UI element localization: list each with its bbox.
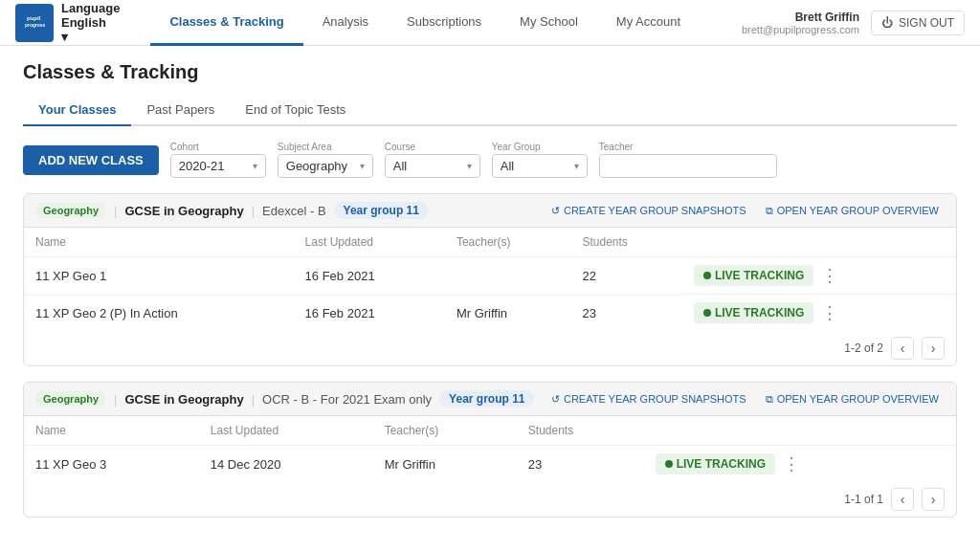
card-header: Geography | GCSE in Geography | Edexcel … [24, 194, 956, 228]
column-header: Last Updated [199, 416, 373, 446]
live-indicator [703, 309, 711, 317]
separator: | [114, 392, 117, 407]
subject-value: Geography [286, 159, 347, 173]
cohort-value: 2020-21 [179, 159, 225, 173]
gcse-label: GCSE in Geography [124, 204, 243, 218]
svg-text:progress: progress [25, 22, 46, 28]
subject-select[interactable]: Geography ▾ [278, 154, 373, 178]
row-name: 11 XP Geo 2 (P) In Action [24, 295, 294, 331]
live-tracking-label: LIVE TRACKING [677, 457, 766, 471]
create-snapshot-button[interactable]: ↺ CREATE YEAR GROUP SNAPSHOTS [546, 203, 752, 219]
more-options-button[interactable]: ⋮ [821, 302, 838, 323]
row-updated: 16 Feb 2021 [294, 257, 445, 296]
column-header: Name [24, 228, 294, 257]
tab-past-papers[interactable]: Past Papers [131, 95, 230, 126]
language-label: Language [61, 1, 120, 15]
table-row: 11 XP Geo 1 16 Feb 2021 22 LIVE TRACKING… [24, 257, 956, 296]
separator: | [114, 204, 117, 218]
pagination: 1-2 of 2 ‹ › [24, 331, 956, 365]
more-options-button[interactable]: ⋮ [821, 265, 838, 286]
live-tracking-button[interactable]: LIVE TRACKING [694, 265, 813, 286]
prev-page-button[interactable]: ‹ [891, 488, 914, 511]
card-header: Geography | GCSE in Geography | OCR - B … [24, 383, 956, 416]
card-actions: ↺ CREATE YEAR GROUP SNAPSHOTS ⧉ OPEN YEA… [546, 203, 945, 219]
live-tracking-button[interactable]: LIVE TRACKING [656, 453, 775, 474]
class-table: NameLast UpdatedTeacher(s)Students 11 XP… [24, 228, 956, 331]
live-indicator [703, 272, 711, 279]
geography-badge: Geography [35, 391, 106, 407]
row-name: 11 XP Geo 3 [24, 446, 199, 483]
create-snapshot-button[interactable]: ↺ CREATE YEAR GROUP SNAPSHOTS [546, 391, 752, 408]
signout-icon: ⏻ [881, 16, 893, 30]
svg-text:pupil: pupil [27, 15, 41, 21]
cohort-label: Cohort [170, 142, 266, 152]
row-students: 22 [571, 257, 682, 296]
chevron-down-icon: ▾ [253, 161, 257, 171]
course-select[interactable]: All ▾ [385, 154, 480, 178]
row-students: 23 [571, 295, 682, 331]
snapshot-label: CREATE YEAR GROUP SNAPSHOTS [564, 205, 746, 216]
column-header: Students [571, 228, 682, 257]
row-teacher: Mr Griffin [373, 446, 517, 483]
row-actions: LIVE TRACKING ⋮ [644, 446, 956, 482]
chevron-down-icon: ▾ [574, 161, 579, 171]
column-header-actions [644, 416, 956, 446]
cohort-select[interactable]: 2020-21 ▾ [170, 154, 266, 178]
filters: ADD NEW CLASS Cohort 2020-21 ▾ Subject A… [23, 142, 957, 178]
add-new-class-button[interactable]: ADD NEW CLASS [23, 145, 159, 175]
live-tracking-button[interactable]: LIVE TRACKING [694, 302, 813, 323]
class-table: NameLast UpdatedTeacher(s)Students 11 XP… [24, 416, 956, 482]
next-page-button[interactable]: › [922, 488, 945, 511]
nav-link-my-school[interactable]: My School [501, 0, 597, 46]
pagination-info: 1-2 of 2 [844, 342, 883, 355]
column-header: Teacher(s) [445, 228, 571, 257]
user-info: Brett Griffin brett@pupilprogress.com [742, 11, 859, 35]
row-teacher: Mr Griffin [445, 295, 571, 331]
subject-filter: Subject Area Geography ▾ [278, 142, 373, 178]
nav-link-my-account[interactable]: My Account [597, 0, 700, 46]
tab-your-classes[interactable]: Your Classes [23, 95, 131, 126]
copy-icon: ⧉ [766, 205, 773, 217]
year-group-select[interactable]: All ▾ [492, 154, 588, 178]
year-group-badge: Year group 11 [439, 390, 534, 408]
card-actions: ↺ CREATE YEAR GROUP SNAPSHOTS ⧉ OPEN YEA… [546, 391, 945, 408]
teacher-input[interactable] [599, 154, 777, 178]
sign-out-button[interactable]: ⏻ SIGN OUT [871, 11, 965, 35]
prev-page-button[interactable]: ‹ [891, 337, 914, 360]
chevron-down-icon: ▾ [61, 30, 120, 44]
next-page-button[interactable]: › [922, 337, 945, 360]
tab-end-of-topic[interactable]: End of Topic Tests [230, 95, 361, 126]
column-header: Name [24, 416, 199, 446]
exam-label: OCR - B - For 2021 Exam only [262, 392, 432, 407]
table-row: 11 XP Geo 2 (P) In Action 16 Feb 2021 Mr… [24, 295, 956, 331]
live-indicator [665, 460, 673, 468]
page-title: Classes & Tracking [23, 61, 957, 83]
year-group-value: All [501, 159, 514, 173]
nav-link-subscriptions[interactable]: Subscriptions [388, 0, 501, 46]
nav-link-classes-tracking[interactable]: Classes & Tracking [150, 0, 302, 46]
teacher-filter: Teacher [599, 142, 777, 178]
logo: pupilprogress Language English ▾ [15, 1, 120, 44]
open-overview-button[interactable]: ⧉ OPEN YEAR GROUP OVERVIEW [760, 391, 945, 408]
class-cards: Geography | GCSE in Geography | Edexcel … [23, 193, 957, 518]
geography-badge: Geography [35, 203, 106, 218]
more-options-button[interactable]: ⋮ [783, 453, 800, 474]
row-students: 23 [517, 446, 644, 483]
language-selector[interactable]: Language English ▾ [61, 1, 120, 44]
row-updated: 16 Feb 2021 [294, 295, 445, 331]
page-content: Classes & Tracking Your ClassesPast Pape… [0, 46, 980, 548]
live-tracking-label: LIVE TRACKING [715, 306, 804, 320]
open-overview-button[interactable]: ⧉ OPEN YEAR GROUP OVERVIEW [760, 203, 945, 219]
nav-link-analysis[interactable]: Analysis [303, 0, 388, 46]
column-header: Students [517, 416, 644, 446]
exam-label: Edexcel - B [262, 204, 325, 218]
overview-label: OPEN YEAR GROUP OVERVIEW [777, 205, 939, 216]
nav-right: Brett Griffin brett@pupilprogress.com ⏻ … [742, 11, 965, 35]
course-filter: Course All ▾ [385, 142, 480, 178]
tabs: Your ClassesPast PapersEnd of Topic Test… [23, 95, 957, 126]
live-tracking-label: LIVE TRACKING [715, 269, 804, 282]
subject-label: Subject Area [278, 142, 373, 152]
year-group-filter: Year Group All ▾ [492, 142, 588, 178]
row-updated: 14 Dec 2020 [199, 446, 373, 483]
logo-icon: pupilprogress [15, 4, 54, 42]
